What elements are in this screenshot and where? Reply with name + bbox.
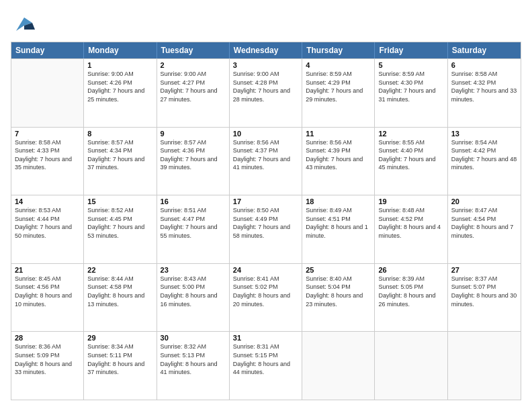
day-number: 8 bbox=[87, 130, 152, 138]
day-number: 19 bbox=[378, 197, 443, 205]
day-number: 23 bbox=[161, 266, 226, 274]
cal-cell: 4Sunrise: 8:59 AM Sunset: 4:29 PM Daylig… bbox=[302, 59, 375, 127]
cal-cell bbox=[302, 332, 375, 400]
day-number: 26 bbox=[378, 266, 443, 274]
day-of-week-friday: Friday bbox=[375, 42, 447, 58]
calendar-body: 1Sunrise: 9:00 AM Sunset: 4:26 PM Daylig… bbox=[11, 58, 521, 400]
day-number: 16 bbox=[161, 197, 226, 205]
day-info: Sunrise: 8:47 AM Sunset: 4:54 PM Dayligh… bbox=[451, 206, 517, 240]
cal-cell: 14Sunrise: 8:53 AM Sunset: 4:44 PM Dayli… bbox=[11, 195, 84, 263]
day-number: 25 bbox=[306, 266, 371, 274]
calendar: SundayMondayTuesdayWednesdayThursdayFrid… bbox=[11, 42, 521, 400]
week-row-2: 7Sunrise: 8:58 AM Sunset: 4:33 PM Daylig… bbox=[11, 127, 521, 195]
cal-cell: 11Sunrise: 8:56 AM Sunset: 4:39 PM Dayli… bbox=[302, 128, 375, 195]
cal-cell: 21Sunrise: 8:45 AM Sunset: 4:56 PM Dayli… bbox=[11, 264, 84, 332]
day-info: Sunrise: 8:36 AM Sunset: 5:09 PM Dayligh… bbox=[15, 342, 80, 376]
cal-cell: 5Sunrise: 8:59 AM Sunset: 4:30 PM Daylig… bbox=[375, 59, 447, 127]
day-info: Sunrise: 8:45 AM Sunset: 4:56 PM Dayligh… bbox=[15, 275, 80, 308]
cal-cell: 26Sunrise: 8:39 AM Sunset: 5:05 PM Dayli… bbox=[375, 264, 447, 332]
day-number: 18 bbox=[306, 197, 371, 205]
day-info: Sunrise: 8:57 AM Sunset: 4:34 PM Dayligh… bbox=[87, 138, 152, 172]
day-info: Sunrise: 8:41 AM Sunset: 5:02 PM Dayligh… bbox=[233, 275, 298, 308]
day-info: Sunrise: 8:44 AM Sunset: 4:58 PM Dayligh… bbox=[87, 275, 152, 308]
cal-cell: 29Sunrise: 8:34 AM Sunset: 5:11 PM Dayli… bbox=[84, 332, 157, 400]
day-number: 3 bbox=[233, 61, 298, 69]
cal-cell: 15Sunrise: 8:52 AM Sunset: 4:45 PM Dayli… bbox=[84, 195, 157, 263]
day-number: 27 bbox=[451, 266, 517, 274]
day-number: 29 bbox=[87, 334, 152, 342]
day-info: Sunrise: 8:59 AM Sunset: 4:30 PM Dayligh… bbox=[378, 70, 443, 103]
day-info: Sunrise: 9:00 AM Sunset: 4:26 PM Dayligh… bbox=[87, 70, 152, 103]
logo bbox=[11, 11, 38, 35]
day-info: Sunrise: 8:32 AM Sunset: 5:13 PM Dayligh… bbox=[161, 342, 226, 376]
day-number: 22 bbox=[87, 266, 152, 274]
day-info: Sunrise: 8:54 AM Sunset: 4:42 PM Dayligh… bbox=[451, 138, 517, 172]
day-info: Sunrise: 8:58 AM Sunset: 4:33 PM Dayligh… bbox=[15, 138, 80, 172]
day-number: 2 bbox=[161, 61, 226, 69]
day-info: Sunrise: 8:52 AM Sunset: 4:45 PM Dayligh… bbox=[87, 206, 152, 240]
week-row-4: 21Sunrise: 8:45 AM Sunset: 4:56 PM Dayli… bbox=[11, 263, 521, 332]
cal-cell: 7Sunrise: 8:58 AM Sunset: 4:33 PM Daylig… bbox=[11, 128, 84, 195]
cal-cell: 8Sunrise: 8:57 AM Sunset: 4:34 PM Daylig… bbox=[84, 128, 157, 195]
cal-cell: 18Sunrise: 8:49 AM Sunset: 4:51 PM Dayli… bbox=[302, 195, 375, 263]
day-number: 15 bbox=[87, 197, 152, 205]
day-info: Sunrise: 8:53 AM Sunset: 4:44 PM Dayligh… bbox=[15, 206, 80, 240]
day-info: Sunrise: 8:56 AM Sunset: 4:39 PM Dayligh… bbox=[306, 138, 371, 172]
day-info: Sunrise: 8:56 AM Sunset: 4:37 PM Dayligh… bbox=[233, 138, 298, 172]
day-number: 17 bbox=[233, 197, 298, 205]
day-info: Sunrise: 8:50 AM Sunset: 4:49 PM Dayligh… bbox=[233, 206, 298, 240]
day-of-week-monday: Monday bbox=[84, 42, 157, 58]
cal-cell bbox=[448, 332, 521, 400]
cal-cell: 19Sunrise: 8:48 AM Sunset: 4:52 PM Dayli… bbox=[375, 195, 447, 263]
day-of-week-wednesday: Wednesday bbox=[230, 42, 302, 58]
day-number: 4 bbox=[306, 61, 371, 69]
cal-cell: 2Sunrise: 9:00 AM Sunset: 4:27 PM Daylig… bbox=[157, 59, 230, 127]
cal-cell: 25Sunrise: 8:40 AM Sunset: 5:04 PM Dayli… bbox=[302, 264, 375, 332]
cal-cell: 28Sunrise: 8:36 AM Sunset: 5:09 PM Dayli… bbox=[11, 332, 84, 400]
day-number: 13 bbox=[451, 130, 517, 138]
day-info: Sunrise: 8:51 AM Sunset: 4:47 PM Dayligh… bbox=[161, 206, 226, 240]
day-info: Sunrise: 8:43 AM Sunset: 5:00 PM Dayligh… bbox=[161, 275, 226, 308]
day-of-week-sunday: Sunday bbox=[11, 42, 84, 58]
cal-cell: 20Sunrise: 8:47 AM Sunset: 4:54 PM Dayli… bbox=[448, 195, 521, 263]
day-number: 11 bbox=[306, 130, 371, 138]
day-info: Sunrise: 8:57 AM Sunset: 4:36 PM Dayligh… bbox=[161, 138, 226, 172]
day-info: Sunrise: 9:00 AM Sunset: 4:28 PM Dayligh… bbox=[233, 70, 298, 103]
day-number: 20 bbox=[451, 197, 517, 205]
cal-cell: 17Sunrise: 8:50 AM Sunset: 4:49 PM Dayli… bbox=[230, 195, 302, 263]
day-number: 10 bbox=[233, 130, 298, 138]
day-number: 24 bbox=[233, 266, 298, 274]
day-number: 1 bbox=[87, 61, 152, 69]
week-row-1: 1Sunrise: 9:00 AM Sunset: 4:26 PM Daylig… bbox=[11, 58, 521, 127]
day-number: 6 bbox=[451, 61, 517, 69]
cal-cell: 24Sunrise: 8:41 AM Sunset: 5:02 PM Dayli… bbox=[230, 264, 302, 332]
day-info: Sunrise: 8:31 AM Sunset: 5:15 PM Dayligh… bbox=[233, 342, 298, 376]
day-number: 28 bbox=[15, 334, 80, 342]
calendar-header: SundayMondayTuesdayWednesdayThursdayFrid… bbox=[11, 42, 521, 58]
day-info: Sunrise: 8:39 AM Sunset: 5:05 PM Dayligh… bbox=[378, 275, 443, 308]
cal-cell: 9Sunrise: 8:57 AM Sunset: 4:36 PM Daylig… bbox=[157, 128, 230, 195]
logo-icon bbox=[11, 11, 35, 35]
day-number: 9 bbox=[161, 130, 226, 138]
week-row-5: 28Sunrise: 8:36 AM Sunset: 5:09 PM Dayli… bbox=[11, 331, 521, 400]
day-of-week-thursday: Thursday bbox=[302, 42, 375, 58]
cal-cell: 22Sunrise: 8:44 AM Sunset: 4:58 PM Dayli… bbox=[84, 264, 157, 332]
cal-cell: 30Sunrise: 8:32 AM Sunset: 5:13 PM Dayli… bbox=[157, 332, 230, 400]
cal-cell: 10Sunrise: 8:56 AM Sunset: 4:37 PM Dayli… bbox=[230, 128, 302, 195]
day-info: Sunrise: 8:48 AM Sunset: 4:52 PM Dayligh… bbox=[378, 206, 443, 240]
day-of-week-tuesday: Tuesday bbox=[157, 42, 230, 58]
day-number: 30 bbox=[161, 334, 226, 342]
day-info: Sunrise: 8:34 AM Sunset: 5:11 PM Dayligh… bbox=[87, 342, 152, 376]
week-row-3: 14Sunrise: 8:53 AM Sunset: 4:44 PM Dayli… bbox=[11, 195, 521, 263]
day-number: 21 bbox=[15, 266, 80, 274]
cal-cell bbox=[11, 59, 84, 127]
cal-cell: 1Sunrise: 9:00 AM Sunset: 4:26 PM Daylig… bbox=[84, 59, 157, 127]
header bbox=[11, 11, 521, 35]
day-number: 7 bbox=[15, 130, 80, 138]
day-of-week-saturday: Saturday bbox=[448, 42, 521, 58]
cal-cell: 6Sunrise: 8:58 AM Sunset: 4:32 PM Daylig… bbox=[448, 59, 521, 127]
cal-cell: 23Sunrise: 8:43 AM Sunset: 5:00 PM Dayli… bbox=[157, 264, 230, 332]
page: SundayMondayTuesdayWednesdayThursdayFrid… bbox=[0, 0, 532, 411]
cal-cell: 13Sunrise: 8:54 AM Sunset: 4:42 PM Dayli… bbox=[448, 128, 521, 195]
day-info: Sunrise: 8:59 AM Sunset: 4:29 PM Dayligh… bbox=[306, 70, 371, 103]
